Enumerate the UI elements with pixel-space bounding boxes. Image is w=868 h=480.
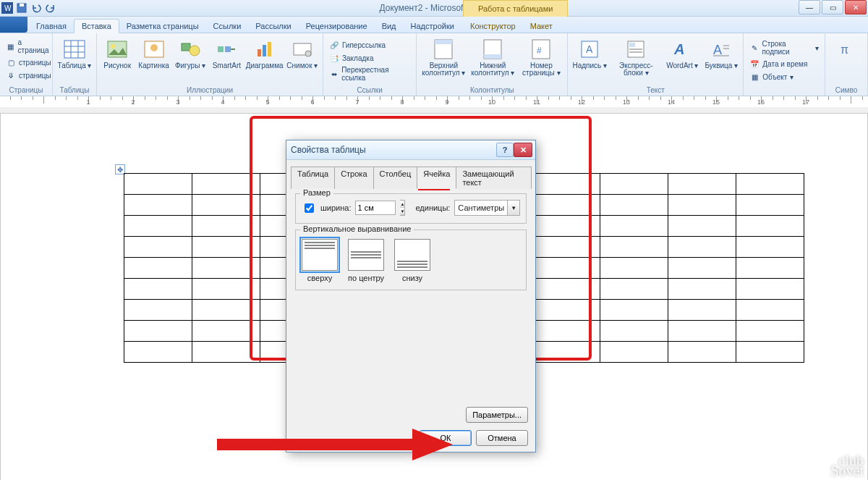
group-links-label: Ссылки xyxy=(323,85,416,95)
width-spinner[interactable]: ▲▼ xyxy=(400,200,405,216)
quickparts-icon xyxy=(624,38,647,61)
quickparts-button[interactable]: Экспресс-блоки ▾ xyxy=(611,35,660,77)
signature-icon: ✎ xyxy=(749,43,759,53)
tab-addins[interactable]: Надстройки xyxy=(404,20,461,33)
valign-bottom-option[interactable]: снизу xyxy=(394,239,430,282)
svg-rect-4 xyxy=(64,41,85,58)
wordart-icon: A xyxy=(671,38,694,61)
blank-page-button[interactable]: ▢страницы xyxy=(4,56,53,68)
valign-top-option[interactable]: сверху xyxy=(302,239,338,282)
dialog-close-button[interactable]: ✕ xyxy=(514,143,532,157)
valign-center-icon xyxy=(348,239,384,271)
svg-text:#: # xyxy=(537,46,542,56)
chart-button[interactable]: Диаграмма xyxy=(247,35,282,70)
equation-button[interactable]: π xyxy=(830,35,863,61)
tab-review[interactable]: Рецензирование xyxy=(299,20,375,33)
valign-fieldset: Вертикальное выравнивание сверху по цент… xyxy=(295,230,527,290)
header-icon xyxy=(432,38,455,61)
parameters-button[interactable]: Параметры... xyxy=(466,407,528,423)
size-fieldset: Размер ширина: ▲▼ единицы: Сантиметры▼ xyxy=(295,193,527,224)
group-headerfooter-label: Колонтитулы xyxy=(417,85,567,95)
cover-page-button[interactable]: ▦а страница xyxy=(4,38,53,55)
smartart-icon xyxy=(215,38,238,61)
valign-bottom-icon xyxy=(394,239,430,271)
svg-text:W: W xyxy=(4,4,12,12)
tab-insert[interactable]: Вставка xyxy=(74,19,119,33)
page-number-button[interactable]: #Номер страницы ▾ xyxy=(519,35,563,77)
tab-home[interactable]: Главная xyxy=(29,20,74,33)
dialog-help-button[interactable]: ? xyxy=(496,143,514,157)
tab-view[interactable]: Вид xyxy=(375,20,404,33)
svg-point-14 xyxy=(190,46,200,56)
table-button[interactable]: Таблица ▾ xyxy=(57,35,92,70)
picture-button[interactable]: Рисунок xyxy=(101,35,133,70)
svg-rect-23 xyxy=(435,40,452,44)
clipart-icon xyxy=(142,38,166,61)
textbox-icon: A xyxy=(578,38,601,61)
valign-center-option[interactable]: по центру xyxy=(348,239,384,282)
group-symbols-label: Симво xyxy=(825,85,867,95)
svg-rect-13 xyxy=(182,43,190,51)
dialog-tab-row[interactable]: Строка xyxy=(334,167,373,189)
page-number-icon: # xyxy=(529,38,553,61)
crossref-button[interactable]: ⬌Перекрестная ссылка xyxy=(328,65,412,83)
footer-button[interactable]: Нижний колонтитул ▾ xyxy=(470,35,515,77)
valign-top-icon xyxy=(302,239,338,271)
dialog-tab-column[interactable]: Столбец xyxy=(373,167,418,189)
save-icon[interactable] xyxy=(16,2,27,14)
redo-icon[interactable] xyxy=(45,2,56,14)
dropcap-icon: A xyxy=(710,38,733,61)
dialog-tab-cell[interactable]: Ячейка xyxy=(417,167,456,189)
dropcap-button[interactable]: AБуквица ▾ xyxy=(704,35,739,70)
close-button[interactable]: ✕ xyxy=(845,0,867,14)
svg-text:π: π xyxy=(841,43,848,56)
tab-table-design[interactable]: Конструктор xyxy=(463,20,523,33)
shapes-icon xyxy=(179,38,202,61)
wordart-button[interactable]: AWordArt ▾ xyxy=(665,35,699,70)
dialog-tab-alttext[interactable]: Замещающий текст xyxy=(456,167,532,189)
textbox-button[interactable]: AНадпись ▾ xyxy=(572,35,607,70)
svg-point-12 xyxy=(150,44,158,51)
page-break-button[interactable]: ⤋страницы xyxy=(4,70,53,81)
size-legend: Размер xyxy=(300,188,333,197)
tab-page-layout[interactable]: Разметка страницы xyxy=(119,20,206,33)
file-tab[interactable] xyxy=(0,17,27,33)
minimize-button[interactable]: — xyxy=(799,0,820,14)
dialog-tab-table[interactable]: Таблица xyxy=(291,167,335,189)
dialog-title-bar[interactable]: Свойства таблицы ? ✕ xyxy=(286,140,535,160)
tab-table-layout[interactable]: Макет xyxy=(523,20,560,33)
ok-button[interactable]: ОК xyxy=(420,430,472,446)
svg-point-10 xyxy=(111,44,115,49)
width-input[interactable] xyxy=(355,201,396,215)
units-combo[interactable]: Сантиметры▼ xyxy=(454,200,520,216)
bookmark-icon: 📑 xyxy=(329,53,339,63)
hyperlink-button[interactable]: 🔗Гиперссылка xyxy=(328,39,412,51)
table-icon xyxy=(63,38,86,61)
tab-references[interactable]: Ссылки xyxy=(206,20,249,33)
ribbon-tabs: Главная Вставка Разметка страницы Ссылки… xyxy=(0,17,868,33)
screenshot-button[interactable]: Снимок ▾ xyxy=(286,35,318,70)
svg-rect-3 xyxy=(20,4,24,7)
object-button[interactable]: ▦Объект ▾ xyxy=(748,71,820,83)
smartart-button[interactable]: SmartArt xyxy=(210,35,242,70)
group-illustrations-label: Иллюстрации xyxy=(97,85,323,95)
svg-rect-33 xyxy=(629,51,642,53)
svg-text:A: A xyxy=(673,41,684,57)
width-checkbox[interactable] xyxy=(305,203,314,213)
undo-icon[interactable] xyxy=(30,2,42,14)
clipart-button[interactable]: Картинка xyxy=(137,35,169,70)
footer-icon xyxy=(481,38,504,61)
bookmark-button[interactable]: 📑Закладка xyxy=(328,52,412,64)
maximize-button[interactable]: ▭ xyxy=(822,0,843,14)
shapes-button[interactable]: Фигуры ▾ xyxy=(174,35,206,70)
header-button[interactable]: Верхний колонтитул ▾ xyxy=(421,35,466,77)
svg-rect-32 xyxy=(629,49,642,50)
title-bar: W Документ2 - Microsoft Word Работа с та… xyxy=(0,0,868,17)
svg-rect-18 xyxy=(263,45,266,56)
signature-line-button[interactable]: ✎Строка подписи ▾ xyxy=(748,39,820,56)
contextual-tab-title: Работа с таблицами xyxy=(463,0,568,17)
group-pages-label: Страницы xyxy=(0,85,52,95)
date-time-button[interactable]: 📅Дата и время xyxy=(748,58,820,70)
tab-mailings[interactable]: Рассылки xyxy=(248,20,298,33)
cancel-button[interactable]: Отмена xyxy=(476,430,528,446)
